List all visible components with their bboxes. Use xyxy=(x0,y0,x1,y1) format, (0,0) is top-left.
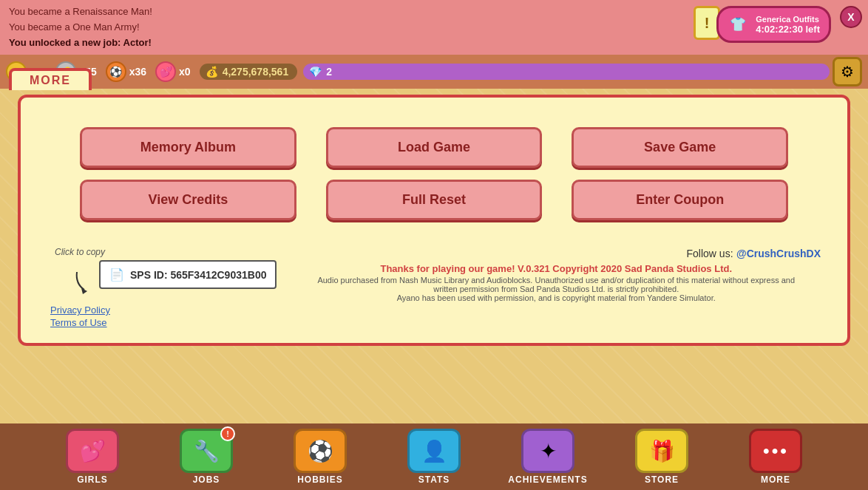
stats-icon-box: 👤 xyxy=(407,429,461,473)
arrow-icon xyxy=(69,266,99,299)
view-credits-button[interactable]: View Credits xyxy=(80,180,296,220)
load-game-button[interactable]: Load Game xyxy=(326,127,543,168)
bottom-nav: 💕 GIRLS 🔧 ! JOBS ⚽ HOBBIES 👤 STATS ✦ ACH… xyxy=(0,423,868,490)
nav-girls[interactable]: 💕 GIRLS xyxy=(37,429,148,485)
shirt-icon: 👕 xyxy=(725,11,751,38)
girls-icon-box: 💕 xyxy=(66,429,119,473)
outfit-timer[interactable]: 👕 Generica Outfits 4:02:22:30 left xyxy=(716,6,831,43)
store-icon-box: 🎁 xyxy=(635,429,688,473)
jobs-label: JOBS xyxy=(193,474,220,485)
gear-icon: ⚙ xyxy=(841,63,854,81)
jobs-badge: ! xyxy=(220,426,235,441)
terms-use-link[interactable]: Terms of Use xyxy=(50,317,277,328)
jobs-icon: 🔧 xyxy=(194,439,220,463)
nav-achievements[interactable]: ✦ ACHIEVEMENTS xyxy=(492,429,603,485)
exclamation-icon: ! xyxy=(705,15,710,32)
balls-count: x36 xyxy=(129,66,146,78)
gem-bar: 💎 2 xyxy=(303,64,830,80)
more-label: MORE xyxy=(761,474,790,485)
sps-copy-area: Click to copy 📄 SPS ID: 565F3412C9031B00 xyxy=(47,247,277,299)
enter-coupon-button[interactable]: Enter Coupon xyxy=(572,180,788,220)
stats-icon: 👤 xyxy=(421,439,447,463)
stats-label: STATS xyxy=(418,474,450,485)
footer-right: Follow us: @CrushCrushDX Thanks for play… xyxy=(291,247,821,302)
girls-label: GIRLS xyxy=(77,474,108,485)
save-game-button[interactable]: Save Game xyxy=(572,127,788,168)
nav-jobs[interactable]: 🔧 ! JOBS xyxy=(151,429,262,485)
sps-id-label: SPS ID: 565F3412C9031B00 xyxy=(130,269,266,281)
money-bar: 💰 4,275,678,561 xyxy=(200,64,298,80)
more-icon: ●●● xyxy=(763,444,789,457)
nav-hobbies[interactable]: ⚽ HOBBIES xyxy=(265,429,376,485)
buttons-grid: Memory Album Load Game Save Game View Cr… xyxy=(35,112,833,235)
arrow-sps-row: 📄 SPS ID: 565F3412C9031B00 xyxy=(47,260,277,299)
settings-button[interactable]: ⚙ xyxy=(833,57,862,86)
nav-store[interactable]: 🎁 STORE xyxy=(606,429,717,485)
gem-icon: 💎 xyxy=(309,66,322,78)
sps-id-box[interactable]: 📄 SPS ID: 565F3412C9031B00 xyxy=(99,260,277,289)
store-label: STORE xyxy=(645,474,679,485)
achievements-label: ACHIEVEMENTS xyxy=(508,474,587,485)
main-panel: Memory Album Load Game Save Game View Cr… xyxy=(18,95,850,346)
close-button[interactable]: X xyxy=(840,6,862,28)
jobs-icon-box: 🔧 ! xyxy=(180,429,233,473)
follow-row: Follow us: @CrushCrushDX xyxy=(291,247,821,260)
dollar-icon: 💰 xyxy=(206,66,218,78)
sps-section: Click to copy 📄 SPS ID: 565F3412C9031B00 xyxy=(47,247,277,328)
document-icon: 📄 xyxy=(109,268,124,282)
more-icon-box: ●●● xyxy=(749,429,802,473)
thanks-text: Thanks for playing our game! V.0.321 Cop… xyxy=(291,263,821,274)
ayano-credit: Ayano has been used with permission, and… xyxy=(291,293,821,302)
achievements-icon-box: ✦ xyxy=(521,429,574,473)
nav-more[interactable]: ●●● MORE xyxy=(720,429,831,485)
copy-hint-row: Click to copy xyxy=(47,247,105,257)
store-icon: 🎁 xyxy=(649,439,675,463)
heart-icon: 💕 xyxy=(155,61,176,82)
bottom-info-row: Click to copy 📄 SPS ID: 565F3412C9031B00 xyxy=(35,247,833,328)
top-area: You became a Renaissance Man! You became… xyxy=(0,0,868,55)
full-reset-button[interactable]: Full Reset xyxy=(326,180,543,220)
achievements-icon: ✦ xyxy=(540,439,557,463)
panel-tab: MORE xyxy=(9,68,92,90)
click-to-copy-label: Click to copy xyxy=(55,247,105,257)
resource-bar: ✦ x20 🔑 x55 ⚽ x36 💕 x0 💰 4,275,678,561 💎… xyxy=(0,55,868,89)
hobbies-label: HOBBIES xyxy=(297,474,343,485)
hobbies-icon: ⚽ xyxy=(308,439,333,463)
girls-icon: 💕 xyxy=(80,439,106,463)
links-section: Privacy Policy Terms of Use xyxy=(50,304,277,328)
outfit-label: Generica Outfits xyxy=(756,15,820,24)
gem-count: 2 xyxy=(326,66,332,78)
outfit-timer-value: 4:02:22:30 left xyxy=(756,24,820,35)
audio-credit2: written permission from Sad Panda Studio… xyxy=(291,285,821,293)
audio-credit: Audio purchased from Nash Music Library … xyxy=(291,276,821,285)
follow-label: Follow us: xyxy=(687,248,733,259)
money-amount: 4,275,678,561 xyxy=(223,66,289,78)
memory-album-button[interactable]: Memory Album xyxy=(80,127,296,168)
hearts-count: x0 xyxy=(179,66,191,78)
nav-stats[interactable]: 👤 STATS xyxy=(379,429,489,485)
privacy-policy-link[interactable]: Privacy Policy xyxy=(50,304,277,316)
follow-handle[interactable]: @CrushCrushDX xyxy=(736,248,821,259)
ball-icon: ⚽ xyxy=(106,61,126,82)
hobbies-icon-box: ⚽ xyxy=(294,429,347,473)
